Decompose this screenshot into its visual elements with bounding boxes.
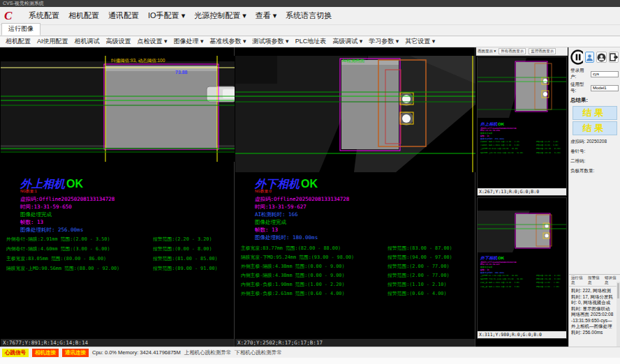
log-panel: 运行信息 报警信息 错误信息 耗时: 222, 网络检测耗时: 17, 网络分发… [569, 274, 620, 347]
measure-row: 隔膜宽度-下MD:95.24mm 范围:(93.00 - 98.00)报警范围:… [241, 254, 471, 263]
toolbar-baseline-params[interactable]: 基准线参数 ▾ [210, 37, 246, 46]
tab-run-image[interactable]: 运行图像 [1, 23, 40, 36]
toolbar-camera-debug[interactable]: 相机调试 [75, 37, 100, 46]
tab-alarm-info[interactable]: 报警信息 [587, 275, 602, 285]
time-line: 时间:13-31-59-627 [255, 204, 307, 211]
camera-image-upper[interactable]: 纠偏阈值:93, 动态阈值:100 73.88 [1, 56, 235, 165]
login-user-input[interactable] [591, 71, 619, 77]
frames-line: 帧数: 13 [255, 227, 278, 234]
total-result-label: 总结果: [569, 94, 620, 105]
comm-link-badge: 通讯连接 [62, 349, 89, 357]
toolbar-test-params[interactable]: 测试项参数 ▾ [253, 37, 289, 46]
alarm-range: 报警范围:(2.20 - 3.20) [153, 236, 237, 245]
camera-view-lower-outer[interactable]: AI检测画面 外下相机OK NG数量:0 虚拟码:Offline20250208… [235, 47, 475, 347]
user-switch-button[interactable] [585, 52, 594, 63]
operator-button[interactable] [596, 52, 607, 63]
cpu-memory-text: Cpu: 0.0% Memory: 3424.41796875M [92, 349, 181, 356]
measure-row: 隔膜宽度-上MD:90.56mm 范围:(88.00 - 92.00)报警范围:… [6, 265, 237, 275]
virtual-code-line: 虚拟码: 20250208 [569, 135, 620, 145]
pause-button[interactable] [570, 50, 583, 65]
user-icon [586, 54, 593, 61]
alarm-range: 报警范围:(83.00 - 87.00) [388, 245, 471, 254]
measure-value: 内侧主极-隔膜:4.38mm 范围:(0.00 - 9.00) [241, 272, 388, 281]
log-scrollbar[interactable] [617, 282, 620, 347]
thumbnail-overlay-text: 外上相机OK 虚拟码:Offline20250208133134728 时间:1… [480, 121, 568, 155]
camera-image-lower[interactable]: AI检测画面 [235, 56, 475, 175]
tab-monitor-views[interactable]: 监控画面显示 [529, 48, 556, 54]
menu-item-system-config[interactable]: 系统配置 [29, 10, 59, 21]
camera-result-ok: OK [66, 178, 83, 190]
view-select-label[interactable]: 画面显示 ▾ [478, 49, 496, 54]
measure-value: 外侧主极-隔膜:4.38mm 范围:(0.00 - 9.00) [241, 263, 388, 272]
ng-count-line: NG数量:0 [255, 189, 272, 194]
toolbar-camera-config[interactable]: 相机配置 [6, 37, 31, 46]
menu-item-language[interactable]: 系统语言切换 [286, 10, 332, 21]
menu-item-view[interactable]: 查看 ▾ [256, 10, 277, 21]
log-text: 耗时: 222, 网络检测耗时: 17, 网络分发耗时: 0, 网络视频合成耗时… [569, 287, 620, 337]
result-badge-1: 结果 [573, 106, 617, 120]
bottom-status-bar: 心跳信号 相机连接 通讯连接 Cpu: 0.0% Memory: 3424.41… [0, 347, 620, 358]
toolbar-image-process[interactable]: 图像处理 ▾ [174, 37, 204, 46]
toolbar-spotcheck-set[interactable]: 点检设置 ▾ [138, 37, 168, 46]
measure-value: 主极宽度:83.05mm 范围:(80.00 - 86.00) [6, 255, 153, 265]
measure-overlay-value: 73.88 [175, 70, 188, 75]
tab-run-info[interactable]: 运行信息 [570, 275, 585, 285]
measure-value: 隔膜宽度-上MD:90.56mm 范围:(88.00 - 92.00) [6, 265, 153, 275]
thumbnail-photo [478, 58, 566, 118]
toolbar-other-set[interactable]: 其它设置 ▾ [405, 37, 435, 46]
toolbar-advanced-set[interactable]: 高级设置 [106, 37, 131, 46]
qr-code-label: 二维码: [569, 155, 620, 165]
thumbnail-header: 画面显示 ▾ 所有画面显示 监控画面显示 [476, 47, 568, 56]
alarm-range: 报警范围:(2.00 - 77.00) [388, 263, 471, 272]
window-titlebar: CVS-视觉检测系统 [0, 0, 620, 7]
camera-photo-upper [1, 56, 235, 162]
model-input[interactable] [591, 85, 619, 91]
alarm-range: 报警范围:(0.60 - 4.00) [388, 290, 471, 299]
camera-link-badge: 相机连接 [32, 349, 59, 357]
alarm-range: 报警范围:(89.00 - 91.00) [153, 265, 237, 275]
lower-camera-warning: 下相机心跳检测异常 [235, 349, 282, 356]
login-user-field: 登录用户: [569, 66, 620, 80]
thumbnail-photo [478, 211, 566, 252]
thumbnail-overlay-text: 外下相机OK 虚拟码:Offline20250208133134728 时间:1… [480, 255, 568, 289]
time-line: 时间:13-31-59-650 [20, 204, 72, 211]
toolbar-learn-params[interactable]: 学习参数 ▾ [369, 37, 399, 46]
measure-value: 隔膜宽度-下MD:95.24mm 范围:(93.00 - 98.00) [241, 254, 388, 263]
alarm-range: 报警范围:(94.00 - 97.00) [388, 254, 471, 263]
measure-value: 外侧卷针-隔膜:2.91mm 范围:(2.00 - 3.50) [6, 236, 153, 245]
menu-item-io-config[interactable]: IO手配置 ▾ [148, 10, 185, 21]
model-label: 使用型号: [570, 82, 589, 94]
toolbar-ai-config[interactable]: AI使用配置 [37, 37, 68, 46]
thumbnail-lower-camera[interactable]: 外下相机OK 虚拟码:Offline20250208133134728 时间:1… [477, 197, 567, 339]
alarm-range: 报警范围:(0.00 - 8.00) [153, 245, 237, 255]
logout-door-icon [610, 53, 618, 61]
toolbar-advanced-debug[interactable]: 高级调试 ▾ [332, 37, 362, 46]
model-field: 使用型号: [569, 80, 620, 94]
ng-count-line: NG数量:1 [20, 189, 37, 194]
measure-row: 主极宽度:83.05mm 范围:(80.00 - 86.00)报警范围:(81.… [6, 255, 237, 265]
barcode-line: 虚拟码:Offline20250208133134728 [255, 196, 349, 203]
measure-row: 内侧主极-隔膜:4.38mm 范围:(0.00 - 9.00)报警范围:(2.0… [241, 272, 471, 281]
thumbnail-column: 画面显示 ▾ 所有画面显示 监控画面显示 外上相机OK 虚拟码:Offline2… [476, 47, 568, 347]
menu-item-camera-config[interactable]: 相机配置 [68, 10, 99, 21]
camera-view-upper-outer[interactable]: 纠偏阈值:93, 动态阈值:100 73.88 外上相机OK NG数量:1 虚拟… [1, 47, 235, 347]
thumbnail-upper-camera[interactable]: 外上相机OK 虚拟码:Offline20250208133134728 时间:1… [477, 56, 567, 196]
menu-bar: C 系统配置 相机配置 通讯配置 IO手配置 ▾ 光源控制配置 ▾ 查看 ▾ 系… [0, 7, 620, 25]
menu-item-light-config[interactable]: 光源控制配置 ▾ [194, 10, 246, 21]
control-icon-row [569, 47, 620, 66]
tab-all-views[interactable]: 所有画面显示 [499, 48, 526, 54]
heartbeat-badge: 心跳信号 [2, 349, 29, 357]
virtual-code-label: 虚拟码: [570, 139, 585, 144]
barcode-line: 虚拟码:Offline20250208133134728 [20, 196, 115, 203]
measure-row: 主极宽度:83.77mm 范围:(82.00 - 88.00)报警范围:(83.… [241, 245, 471, 254]
measure-value: 主极宽度:83.77mm 范围:(82.00 - 88.00) [241, 245, 388, 254]
ai-view-label: AI检测画面 [342, 58, 364, 64]
menu-item-comm-config[interactable]: 通讯配置 [108, 10, 139, 21]
toolbar-plc-table[interactable]: PLC地址表 [295, 37, 327, 46]
ai-time-line: AI检测耗时: 166 [255, 211, 298, 218]
elapsed-line: 图像处理耗时: 256.00ms [20, 227, 83, 234]
upper-camera-warning: 上相机心跳检测异常 [184, 349, 232, 356]
pin-number-label: 卷针号: [569, 145, 620, 155]
logout-button[interactable] [609, 52, 619, 63]
app-logo-icon: C [4, 9, 20, 23]
